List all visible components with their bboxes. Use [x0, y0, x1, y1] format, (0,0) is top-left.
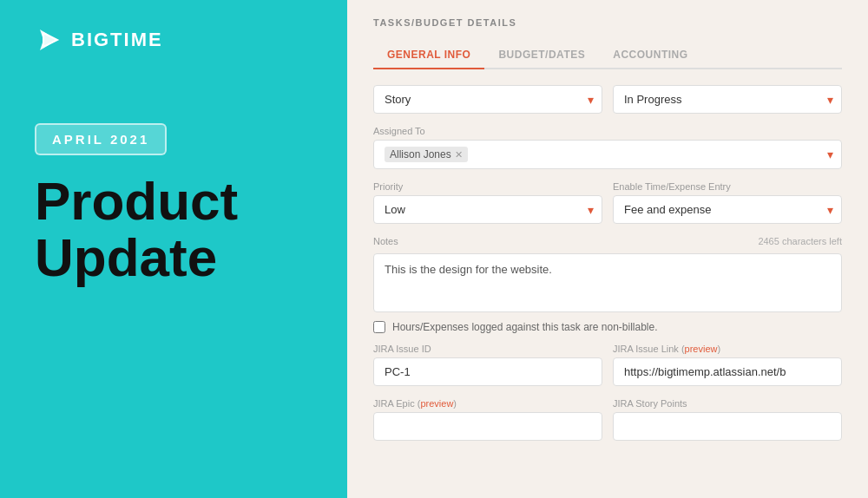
tab-accounting[interactable]: ACCOUNTING	[599, 42, 701, 69]
logo-text: BIGTIME	[71, 29, 163, 51]
jira-id-label: JIRA Issue ID	[373, 344, 602, 354]
priority-group: Priority Low	[373, 181, 602, 224]
notes-label: Notes	[373, 236, 398, 246]
jira-epic-row: JIRA Epic (preview) JIRA Story Points	[373, 398, 842, 441]
logo-area: BIGTIME	[35, 26, 312, 54]
notes-char-count: 2465 characters left	[758, 236, 842, 246]
title-line1: Product	[35, 173, 312, 229]
status-group: In Progress	[613, 85, 842, 114]
jira-link-preview-link[interactable]: preview	[685, 344, 718, 354]
title-line2: Update	[35, 229, 312, 285]
assigned-field[interactable]: Allison Jones ✕	[373, 140, 842, 169]
jira-epic-input[interactable]	[373, 412, 602, 441]
jira-epic-group: JIRA Epic (preview)	[373, 398, 602, 441]
type-status-row: Story In Progress	[373, 85, 842, 114]
jira-epic-preview-link[interactable]: preview	[420, 398, 453, 409]
assigned-group: Assigned To Allison Jones ✕	[373, 126, 842, 169]
status-select-wrapper[interactable]: In Progress	[613, 85, 842, 114]
expense-label: Enable Time/Expense Entry	[613, 181, 842, 192]
priority-select[interactable]: Low	[373, 195, 602, 224]
jira-link-group: JIRA Issue Link (preview)	[613, 344, 842, 386]
notes-group: Notes 2465 characters left This is the d…	[373, 236, 842, 312]
assigned-row: Assigned To Allison Jones ✕	[373, 126, 842, 169]
main-title: Product Update	[35, 173, 312, 285]
date-badge: APRIL 2021	[35, 123, 167, 155]
right-panel: TASKS/BUDGET DETAILS GENERAL INFO BUDGET…	[347, 0, 868, 498]
jira-row: JIRA Issue ID JIRA Issue Link (preview)	[373, 344, 842, 386]
tab-general-info[interactable]: GENERAL INFO	[373, 42, 484, 69]
jira-link-input[interactable]	[613, 357, 842, 386]
tabs-bar: GENERAL INFO BUDGET/DATES ACCOUNTING	[373, 42, 842, 69]
tab-budget-dates[interactable]: BUDGET/DATES	[484, 42, 599, 69]
type-group: Story	[373, 85, 602, 114]
priority-label: Priority	[373, 181, 602, 192]
notes-header: Notes 2465 characters left	[373, 236, 842, 246]
expense-group: Enable Time/Expense Entry Fee and expens…	[613, 181, 842, 224]
priority-expense-row: Priority Low Enable Time/Expense Entry F…	[373, 181, 842, 224]
type-select-wrapper[interactable]: Story	[373, 85, 602, 114]
jira-points-group: JIRA Story Points	[613, 398, 842, 441]
assigned-tag: Allison Jones ✕	[385, 147, 468, 162]
billable-checkbox-label: Hours/Expenses logged against this task …	[392, 321, 658, 333]
type-select[interactable]: Story	[373, 85, 602, 114]
notes-textarea[interactable]: This is the design for the website.	[373, 253, 842, 312]
assigned-tag-text: Allison Jones	[390, 148, 451, 161]
expense-select-wrapper[interactable]: Fee and expense	[613, 195, 842, 224]
jira-epic-label: JIRA Epic (preview)	[373, 398, 602, 409]
panel-title: TASKS/BUDGET DETAILS	[373, 17, 842, 28]
expense-select[interactable]: Fee and expense	[613, 195, 842, 224]
billable-checkbox[interactable]	[373, 321, 385, 333]
priority-select-wrapper[interactable]: Low	[373, 195, 602, 224]
bigtime-logo-icon	[35, 26, 62, 54]
jira-points-input[interactable]	[613, 412, 842, 441]
status-select[interactable]: In Progress	[613, 85, 842, 114]
billable-checkbox-row: Hours/Expenses logged against this task …	[373, 321, 842, 333]
jira-link-label: JIRA Issue Link (preview)	[613, 344, 842, 354]
assigned-select-wrapper[interactable]: Allison Jones ✕	[373, 140, 842, 169]
left-panel: BIGTIME APRIL 2021 Product Update	[0, 0, 347, 498]
jira-id-input[interactable]	[373, 357, 602, 386]
jira-id-group: JIRA Issue ID	[373, 344, 602, 386]
jira-points-label: JIRA Story Points	[613, 398, 842, 409]
tag-remove-icon[interactable]: ✕	[455, 149, 463, 161]
assigned-label: Assigned To	[373, 126, 842, 136]
